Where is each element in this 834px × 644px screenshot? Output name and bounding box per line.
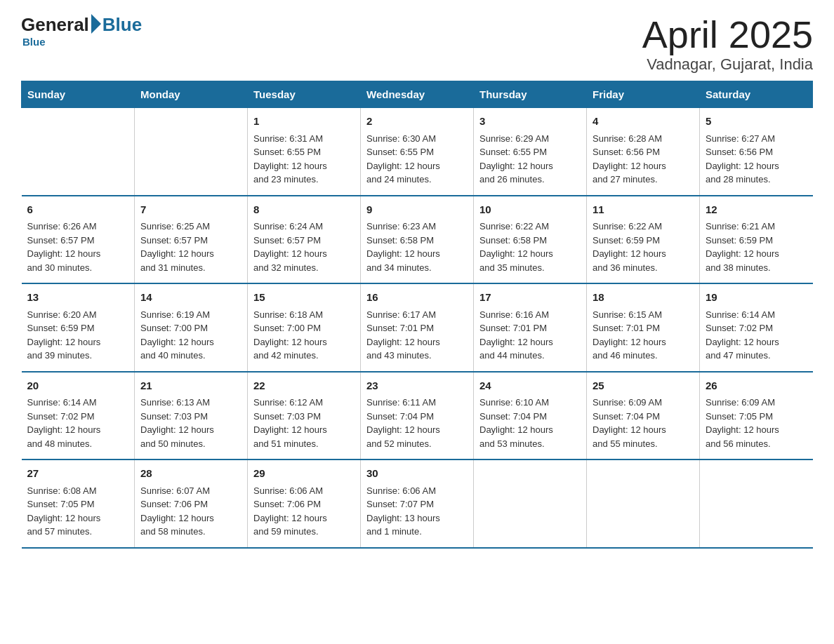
calendar-body: 1Sunrise: 6:31 AM Sunset: 6:55 PM Daylig…	[22, 108, 813, 548]
day-info: Sunrise: 6:21 AM Sunset: 6:59 PM Dayligh…	[706, 220, 807, 274]
calendar-cell: 18Sunrise: 6:15 AM Sunset: 7:01 PM Dayli…	[587, 283, 700, 372]
calendar-cell: 9Sunrise: 6:23 AM Sunset: 6:58 PM Daylig…	[361, 196, 474, 284]
header-day-tuesday: Tuesday	[248, 81, 361, 108]
calendar-cell: 11Sunrise: 6:22 AM Sunset: 6:59 PM Dayli…	[587, 196, 700, 284]
calendar-cell: 14Sunrise: 6:19 AM Sunset: 7:00 PM Dayli…	[135, 283, 248, 372]
calendar-cell	[22, 108, 135, 196]
logo-triangle-icon	[91, 14, 101, 34]
calendar-cell: 27Sunrise: 6:08 AM Sunset: 7:05 PM Dayli…	[22, 459, 135, 548]
day-info: Sunrise: 6:15 AM Sunset: 7:01 PM Dayligh…	[593, 308, 694, 363]
day-number: 23	[366, 378, 468, 394]
calendar-cell	[587, 459, 700, 548]
week-row-0: 1Sunrise: 6:31 AM Sunset: 6:55 PM Daylig…	[22, 108, 813, 196]
day-info: Sunrise: 6:17 AM Sunset: 7:01 PM Dayligh…	[366, 308, 468, 363]
logo-subtitle: Blue	[22, 36, 46, 48]
day-number: 13	[27, 290, 129, 306]
day-info: Sunrise: 6:09 AM Sunset: 7:05 PM Dayligh…	[706, 396, 807, 450]
day-info: Sunrise: 6:09 AM Sunset: 7:04 PM Dayligh…	[593, 396, 694, 450]
day-info: Sunrise: 6:27 AM Sunset: 6:56 PM Dayligh…	[706, 132, 807, 187]
day-number: 1	[253, 114, 355, 130]
day-info: Sunrise: 6:07 AM Sunset: 7:06 PM Dayligh…	[140, 484, 241, 539]
header-day-monday: Monday	[135, 81, 248, 108]
logo-general-text: General	[21, 14, 89, 36]
calendar-cell	[474, 459, 587, 548]
calendar-cell: 3Sunrise: 6:29 AM Sunset: 6:55 PM Daylig…	[474, 108, 587, 196]
calendar-cell: 6Sunrise: 6:26 AM Sunset: 6:57 PM Daylig…	[22, 196, 135, 284]
day-number: 6	[27, 202, 129, 218]
calendar-cell: 21Sunrise: 6:13 AM Sunset: 7:03 PM Dayli…	[135, 372, 248, 460]
day-number: 9	[366, 202, 468, 218]
week-row-1: 6Sunrise: 6:26 AM Sunset: 6:57 PM Daylig…	[22, 196, 813, 284]
day-number: 16	[366, 290, 468, 306]
header-day-wednesday: Wednesday	[361, 81, 474, 108]
calendar-cell: 22Sunrise: 6:12 AM Sunset: 7:03 PM Dayli…	[248, 372, 361, 460]
day-number: 18	[593, 290, 694, 306]
day-number: 24	[479, 378, 581, 394]
day-number: 28	[140, 466, 241, 482]
calendar-cell: 23Sunrise: 6:11 AM Sunset: 7:04 PM Dayli…	[361, 372, 474, 460]
page-header: General Blue Blue April 2025 Vadnagar, G…	[21, 14, 813, 74]
calendar-cell: 10Sunrise: 6:22 AM Sunset: 6:58 PM Dayli…	[474, 196, 587, 284]
day-number: 20	[27, 378, 129, 394]
day-number: 5	[706, 114, 807, 130]
week-row-2: 13Sunrise: 6:20 AM Sunset: 6:59 PM Dayli…	[22, 283, 813, 372]
day-number: 15	[253, 290, 355, 306]
day-info: Sunrise: 6:13 AM Sunset: 7:03 PM Dayligh…	[140, 396, 241, 450]
location-title: Vadnagar, Gujarat, India	[642, 55, 813, 74]
day-info: Sunrise: 6:11 AM Sunset: 7:04 PM Dayligh…	[366, 396, 468, 450]
day-number: 27	[27, 466, 129, 482]
day-number: 26	[706, 378, 807, 394]
calendar-cell: 7Sunrise: 6:25 AM Sunset: 6:57 PM Daylig…	[135, 196, 248, 284]
day-info: Sunrise: 6:31 AM Sunset: 6:55 PM Dayligh…	[253, 132, 355, 187]
calendar-cell: 1Sunrise: 6:31 AM Sunset: 6:55 PM Daylig…	[248, 108, 361, 196]
day-info: Sunrise: 6:19 AM Sunset: 7:00 PM Dayligh…	[140, 308, 241, 363]
calendar-cell: 17Sunrise: 6:16 AM Sunset: 7:01 PM Dayli…	[474, 283, 587, 372]
header-day-saturday: Saturday	[700, 81, 813, 108]
calendar-table: SundayMondayTuesdayWednesdayThursdayFrid…	[21, 81, 813, 549]
calendar-cell: 24Sunrise: 6:10 AM Sunset: 7:04 PM Dayli…	[474, 372, 587, 460]
day-info: Sunrise: 6:24 AM Sunset: 6:57 PM Dayligh…	[253, 220, 355, 274]
day-info: Sunrise: 6:06 AM Sunset: 7:06 PM Dayligh…	[253, 484, 355, 539]
day-info: Sunrise: 6:26 AM Sunset: 6:57 PM Dayligh…	[27, 220, 129, 274]
day-number: 8	[253, 202, 355, 218]
logo: General Blue Blue	[21, 14, 142, 48]
day-number: 29	[253, 466, 355, 482]
calendar-cell: 19Sunrise: 6:14 AM Sunset: 7:02 PM Dayli…	[700, 283, 813, 372]
calendar-cell: 28Sunrise: 6:07 AM Sunset: 7:06 PM Dayli…	[135, 459, 248, 548]
week-row-4: 27Sunrise: 6:08 AM Sunset: 7:05 PM Dayli…	[22, 459, 813, 548]
day-info: Sunrise: 6:10 AM Sunset: 7:04 PM Dayligh…	[479, 396, 581, 450]
calendar-cell: 13Sunrise: 6:20 AM Sunset: 6:59 PM Dayli…	[22, 283, 135, 372]
header-day-sunday: Sunday	[22, 81, 135, 108]
day-info: Sunrise: 6:22 AM Sunset: 6:58 PM Dayligh…	[479, 220, 581, 274]
day-number: 14	[140, 290, 241, 306]
calendar-cell: 20Sunrise: 6:14 AM Sunset: 7:02 PM Dayli…	[22, 372, 135, 460]
header-day-thursday: Thursday	[474, 81, 587, 108]
day-info: Sunrise: 6:12 AM Sunset: 7:03 PM Dayligh…	[253, 396, 355, 450]
day-number: 10	[479, 202, 581, 218]
day-number: 3	[479, 114, 581, 130]
day-number: 7	[140, 202, 241, 218]
title-section: April 2025 Vadnagar, Gujarat, India	[642, 14, 813, 74]
calendar-cell: 15Sunrise: 6:18 AM Sunset: 7:00 PM Dayli…	[248, 283, 361, 372]
calendar-cell: 26Sunrise: 6:09 AM Sunset: 7:05 PM Dayli…	[700, 372, 813, 460]
day-number: 2	[366, 114, 468, 130]
calendar-cell: 30Sunrise: 6:06 AM Sunset: 7:07 PM Dayli…	[361, 459, 474, 548]
calendar-cell: 12Sunrise: 6:21 AM Sunset: 6:59 PM Dayli…	[700, 196, 813, 284]
calendar-cell	[135, 108, 248, 196]
week-row-3: 20Sunrise: 6:14 AM Sunset: 7:02 PM Dayli…	[22, 372, 813, 460]
day-info: Sunrise: 6:16 AM Sunset: 7:01 PM Dayligh…	[479, 308, 581, 363]
day-number: 25	[593, 378, 694, 394]
calendar-cell: 25Sunrise: 6:09 AM Sunset: 7:04 PM Dayli…	[587, 372, 700, 460]
logo-blue-text: Blue	[102, 14, 142, 36]
day-info: Sunrise: 6:18 AM Sunset: 7:00 PM Dayligh…	[253, 308, 355, 363]
month-title: April 2025	[642, 14, 813, 55]
header-row: SundayMondayTuesdayWednesdayThursdayFrid…	[22, 81, 813, 108]
day-number: 21	[140, 378, 241, 394]
day-info: Sunrise: 6:28 AM Sunset: 6:56 PM Dayligh…	[593, 132, 694, 187]
day-info: Sunrise: 6:06 AM Sunset: 7:07 PM Dayligh…	[366, 484, 468, 539]
day-number: 12	[706, 202, 807, 218]
day-info: Sunrise: 6:08 AM Sunset: 7:05 PM Dayligh…	[27, 484, 129, 539]
calendar-cell: 8Sunrise: 6:24 AM Sunset: 6:57 PM Daylig…	[248, 196, 361, 284]
day-number: 11	[593, 202, 694, 218]
day-info: Sunrise: 6:20 AM Sunset: 6:59 PM Dayligh…	[27, 308, 129, 363]
